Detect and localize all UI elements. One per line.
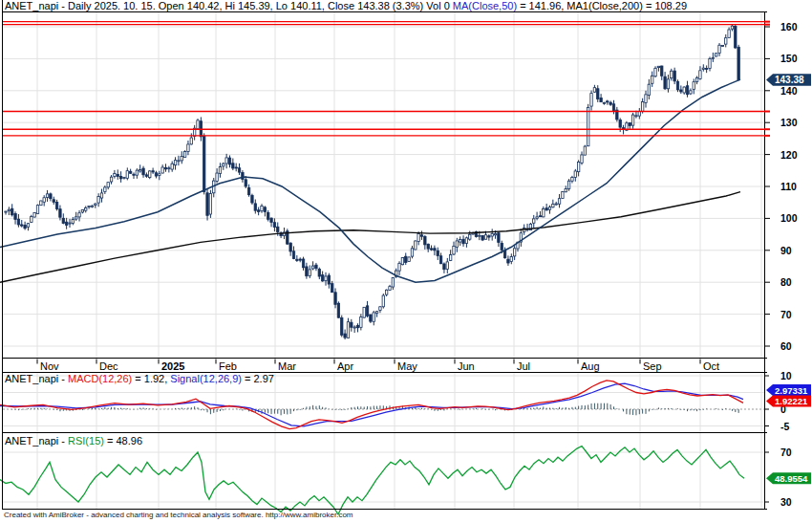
svg-text:Nov: Nov xyxy=(40,360,59,372)
svg-text:150: 150 xyxy=(780,53,798,64)
rsi-axis-badge: 48.9554 xyxy=(766,472,811,484)
svg-text:70: 70 xyxy=(780,309,792,320)
svg-text:Jun: Jun xyxy=(458,360,475,372)
svg-text:May: May xyxy=(397,360,417,372)
svg-text:-5: -5 xyxy=(780,421,789,432)
rsi-label: RSI(15) xyxy=(68,435,104,447)
svg-text:2025: 2025 xyxy=(161,360,184,372)
svg-text:Mar: Mar xyxy=(278,360,296,372)
svg-text:70: 70 xyxy=(780,447,792,458)
svg-text:2.97331: 2.97331 xyxy=(775,385,808,396)
macd-title-symbol: ANET_napi - xyxy=(5,373,68,384)
svg-text:Dec: Dec xyxy=(99,360,118,372)
price-title-ohlc-text: ANET_napi - Daily 2025. 10. 15. Open 140… xyxy=(5,0,453,11)
signal-axis-badge: 2.97331 xyxy=(766,384,811,396)
macd-label: MACD(12,26) xyxy=(68,373,132,384)
price-title-ma-values: = 141.96, MA1(Close,200) = 108.29 xyxy=(517,0,687,11)
svg-text:Feb: Feb xyxy=(219,360,237,372)
svg-text:160: 160 xyxy=(780,21,798,33)
signal-label: Signal(12,26,9) xyxy=(170,373,242,384)
svg-text:110: 110 xyxy=(780,181,797,192)
svg-text:Apr: Apr xyxy=(337,360,353,372)
rsi-title-symbol: ANET_napi - xyxy=(5,435,68,447)
svg-text:Oct: Oct xyxy=(703,360,719,372)
svg-text:140: 140 xyxy=(780,85,798,97)
svg-text:100: 100 xyxy=(780,212,798,224)
svg-text:Jul: Jul xyxy=(517,360,530,372)
svg-text:1.92221: 1.92221 xyxy=(775,396,808,406)
svg-text:Aug: Aug xyxy=(581,360,600,372)
macd-panel-title: ANET_napi - MACD(12,26) = 1.92, Signal(1… xyxy=(5,373,274,384)
rsi-panel-title: ANET_napi - RSI(15) = 48.96 xyxy=(5,435,142,447)
macd-value: = 1.92, xyxy=(132,373,170,384)
amibroker-chart-window: 16015014013012011010090807060100-57030No… xyxy=(0,0,812,523)
svg-text:120: 120 xyxy=(780,149,798,161)
resistance-lines xyxy=(3,22,764,136)
rsi-value: = 48.96 xyxy=(104,435,142,447)
candlestick-series xyxy=(5,25,740,339)
ma200-line xyxy=(0,192,740,283)
footer-credit: Created with AmiBroker - advanced charti… xyxy=(4,511,353,519)
svg-text:30: 30 xyxy=(780,496,792,508)
price-panel-title: ANET_napi - Daily 2025. 10. 15. Open 140… xyxy=(5,0,687,11)
price-axis-badge: 143.38 xyxy=(766,74,811,86)
svg-text:Sep: Sep xyxy=(643,360,662,372)
price-title-ma50-label: MA(Close,50) xyxy=(453,0,517,11)
svg-text:60: 60 xyxy=(780,340,792,352)
svg-text:80: 80 xyxy=(780,276,792,288)
svg-text:143.38: 143.38 xyxy=(775,75,804,85)
signal-value: = 2.97 xyxy=(242,373,274,384)
svg-text:48.9554: 48.9554 xyxy=(775,473,808,484)
price-y-axis: 16015014013012011010090807060 xyxy=(764,21,798,352)
macd-axis-badge: 1.92221 xyxy=(766,396,811,407)
svg-text:90: 90 xyxy=(780,245,792,256)
month-axis: NovDec2025FebMarAprMayJunJulAugSepOct xyxy=(37,360,719,372)
rsi-line xyxy=(0,447,744,515)
svg-text:10: 10 xyxy=(780,370,792,381)
svg-text:130: 130 xyxy=(780,117,798,128)
